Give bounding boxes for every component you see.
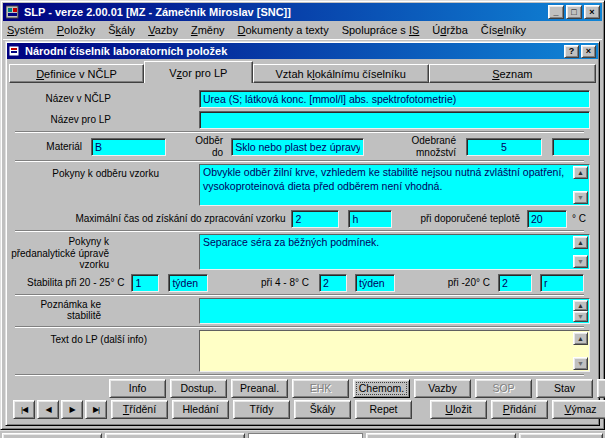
scroll-up-icon[interactable]: ▲ [573, 332, 588, 345]
skaly-button[interactable]: Škály [294, 400, 351, 419]
menu-dokumenty[interactable]: Dokumenty a texty [238, 24, 329, 36]
stabilita-4-input[interactable] [319, 274, 347, 292]
minimize-button[interactable]: _ [548, 5, 564, 19]
tab-panel-vzor-pro-lp: Název v NČLP Název pro LP Materiál Odběr… [7, 83, 598, 421]
stabilita-m20-input[interactable] [498, 274, 532, 292]
dialog-icon[interactable] [9, 45, 21, 57]
hledani-button[interactable]: Hledání [172, 400, 229, 419]
vymaz-button[interactable]: Výmaz [552, 400, 605, 419]
trideni-button[interactable]: Třídění [111, 400, 168, 419]
odber-do-input[interactable] [231, 138, 364, 156]
stabilita-4-label: při 4 - 8° C [261, 277, 309, 289]
stabilita-m20-jednotka-input[interactable] [540, 274, 584, 292]
scroll-up-icon[interactable]: ▲ [573, 166, 588, 179]
text-do-lp-textarea[interactable] [200, 331, 589, 371]
dialog-close-button[interactable]: × [581, 45, 596, 58]
nazev-pro-lp-input[interactable] [199, 111, 590, 129]
stav-button[interactable]: Stav [536, 379, 593, 398]
tab-seznam[interactable]: Seznam [429, 64, 596, 83]
scroll-down-icon[interactable]: ▼ [573, 255, 588, 268]
tridy-button[interactable]: Třídy [233, 400, 290, 419]
tab-vzor-pro-lp[interactable]: Vzor pro LP [144, 61, 253, 83]
ehk-button: EHK [292, 379, 349, 398]
textarea-scrollbar: ▲ ▼ [573, 332, 588, 370]
stabilita-20-label: Stabilita při 20 - 25° C [27, 277, 124, 289]
taskbar-button[interactable] [248, 433, 363, 438]
pokyny-odberu-label: Pokyny k odběru vzorku [7, 164, 199, 180]
poznamka-stabilite-label: Poznámka ke stabilitě [7, 298, 199, 322]
dostup-button[interactable]: Dostup. [170, 379, 227, 398]
app-icon[interactable] [6, 5, 20, 19]
poznamka-stabilite-textarea[interactable] [200, 299, 589, 323]
taskbar-button[interactable] [105, 433, 245, 438]
tab-definice-v-nclp[interactable]: Definice v NČLP [9, 64, 144, 83]
taskbar-tray [519, 433, 603, 438]
maximize-button[interactable]: □ [566, 5, 582, 19]
scroll-up-icon[interactable]: ▲ [573, 300, 588, 311]
text-do-lp-label: Text do LP (další info) [7, 330, 199, 346]
tab-strip: Definice v NČLP Vzor pro LP Vztah k loká… [7, 59, 598, 83]
taskbar-fragment [0, 430, 605, 438]
max-cas-jednotka-input[interactable] [348, 210, 392, 228]
menu-polozky[interactable]: Položky [57, 24, 96, 36]
next-record-icon[interactable]: ▶ [61, 400, 83, 419]
scroll-down-icon[interactable]: ▼ [573, 357, 588, 370]
app-titlebar[interactable]: SLP - verze 2.00.01 [MZ - Zámečník Miros… [3, 3, 602, 21]
dialog-title: Národní číselník laboratorních položek [25, 45, 564, 57]
sop-button: SOP [475, 379, 532, 398]
pokyny-odberu-textarea[interactable]: Obvykle odběr žilní krve, vzhledem ke st… [200, 165, 589, 205]
max-cas-input[interactable] [291, 210, 339, 228]
pridani-button[interactable]: Přidání [491, 400, 548, 419]
scroll-down-icon[interactable]: ▼ [573, 191, 588, 204]
teplota-label: při doporučené teplotě [420, 213, 520, 225]
separator [15, 230, 584, 232]
menu-ciselniky[interactable]: Číselníky [481, 24, 526, 36]
close-button[interactable]: × [584, 5, 600, 19]
preanal-button[interactable]: Preanal. [231, 379, 288, 398]
taskbar-button[interactable] [366, 433, 516, 438]
taskbar-button[interactable] [2, 433, 102, 438]
ulozit-button[interactable]: Uložit [430, 400, 487, 419]
nazev-v-nclp-label: Název v NČLP [7, 93, 199, 105]
menu-zmeny[interactable]: Změny [191, 24, 225, 36]
pokyny-predanalyticke-label: Pokyny k předanalytické úpravě vzorku [7, 234, 199, 271]
stabilita-20-input[interactable] [131, 274, 159, 292]
tab-vztah-k-lokalnimu-ciselniku[interactable]: Vztah k lokálnímu číselníku [253, 64, 429, 83]
textarea-scrollbar: ▲ ▼ [573, 236, 588, 268]
textarea-scrollbar: ▲ ▼ [573, 166, 588, 204]
first-record-icon[interactable]: |◀ [13, 400, 35, 419]
dialog-titlebar[interactable]: Národní číselník laboratorních položek ?… [7, 43, 598, 59]
repet-button[interactable]: Repet [355, 400, 412, 419]
vazby-button[interactable]: Vazby [414, 379, 471, 398]
odebrane-mnozstvi-label: Odebrané množství [378, 135, 456, 158]
pokyny-predanalyticke-textarea[interactable]: Separace séra za běžných podmínek. [200, 235, 589, 269]
menu-system[interactable]: Systém [7, 24, 44, 36]
menu-vazby[interactable]: Vazby [148, 24, 178, 36]
zmeny-button[interactable]: Změny [597, 379, 605, 398]
menu-udrzba[interactable]: Údržba [432, 24, 467, 36]
material-label: Materiál [7, 141, 82, 153]
record-navigator: |◀ ◀ ▶ ▶| [13, 400, 107, 419]
dialog-window: Národní číselník laboratorních položek ?… [5, 41, 600, 426]
separator [15, 294, 584, 296]
menu-bar: Systém Položky Škály Vazby Změny Dokumen… [3, 21, 602, 40]
material-input[interactable] [91, 138, 166, 156]
odber-do-label: Odběr do [186, 135, 223, 158]
scroll-up-icon[interactable]: ▲ [573, 236, 588, 249]
info-button[interactable]: Info [109, 379, 166, 398]
odebrane-mnozstvi-input[interactable] [466, 138, 542, 156]
nazev-v-nclp-input[interactable] [199, 90, 590, 108]
menu-spoluprace[interactable]: Spolupráce s IS [342, 24, 420, 36]
menu-skaly[interactable]: Škály [108, 24, 135, 36]
previous-record-icon[interactable]: ◀ [37, 400, 59, 419]
help-button[interactable]: ? [564, 45, 579, 58]
chemom-button[interactable]: Chemom. [353, 379, 410, 398]
stabilita-m20-label: při -20° C [448, 277, 490, 289]
stabilita-20-jednotka-input[interactable] [168, 274, 208, 292]
last-record-icon[interactable]: ▶| [85, 400, 107, 419]
stabilita-4-jednotka-input[interactable] [355, 274, 395, 292]
textarea-scrollbar: ▲ ▼ [573, 300, 588, 322]
odebrane-jednotka-input[interactable] [552, 138, 590, 156]
scroll-down-icon[interactable]: ▼ [573, 311, 588, 322]
teplota-input[interactable] [527, 210, 567, 228]
